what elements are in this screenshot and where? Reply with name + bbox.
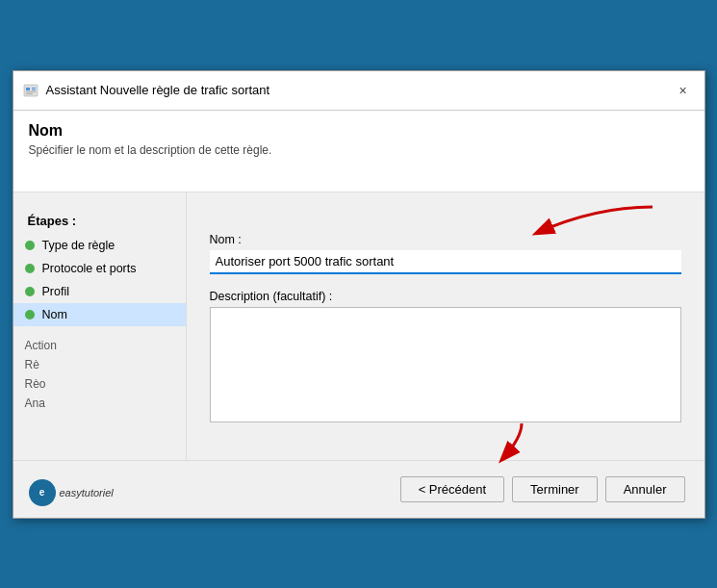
sidebar-item-type[interactable]: Type de règle — [13, 234, 186, 257]
sidebar-partial-ana: Ana — [13, 394, 186, 413]
step-dot-protocole — [25, 264, 35, 273]
page-title: Nom — [29, 122, 689, 140]
sidebar-partial-action: Action — [13, 336, 186, 355]
sidebar-label-profil: Profil — [42, 285, 69, 298]
dialog-body: Étapes : Type de règle Protocole et port… — [13, 192, 704, 460]
logo-text: easytutoriel — [60, 487, 114, 499]
step-dot-nom — [25, 310, 35, 320]
main-dialog: Assistant Nouvelle règle de trafic sorta… — [13, 70, 705, 519]
name-input[interactable] — [210, 250, 681, 274]
description-textarea[interactable] — [210, 307, 681, 422]
sidebar-label-protocole: Protocole et ports — [42, 262, 137, 275]
sidebar-label-nom: Nom — [42, 308, 67, 321]
logo-icon: e — [29, 479, 56, 506]
footer-logo: e easytutoriel — [29, 479, 114, 506]
title-bar: Assistant Nouvelle règle de trafic sorta… — [13, 71, 704, 111]
red-arrow-name — [518, 202, 672, 241]
prev-button[interactable]: < Précédent — [400, 476, 504, 502]
svg-rect-1 — [26, 88, 30, 90]
svg-rect-3 — [32, 89, 36, 90]
page-subtitle: Spécifier le nom et la description de ce… — [29, 143, 689, 157]
footer: e easytutoriel < Précédent Terminer Annu… — [13, 460, 704, 518]
cancel-button[interactable]: Annuler — [605, 476, 685, 502]
svg-rect-4 — [26, 91, 36, 92]
red-arrow-finish — [464, 419, 541, 467]
step-dot-type — [25, 241, 35, 250]
sidebar-partial-reo: Rèo — [13, 374, 186, 394]
steps-label: Étapes : — [13, 204, 186, 234]
page-header: Nom Spécifier le nom et la description d… — [13, 111, 704, 192]
sidebar-partial-re: Rè — [13, 355, 186, 374]
description-field-group: Description (facultatif) : — [210, 290, 681, 425]
sidebar-label-type: Type de règle — [42, 239, 115, 252]
footer-arrow-container — [464, 419, 541, 470]
sidebar-item-nom[interactable]: Nom — [13, 303, 186, 326]
sidebar-item-protocole[interactable]: Protocole et ports — [13, 257, 186, 280]
svg-rect-2 — [32, 88, 36, 89]
main-content: Nom : Description (facultatif) : — [187, 192, 704, 460]
step-dot-profil — [25, 287, 35, 296]
close-button[interactable]: × — [672, 79, 695, 102]
svg-rect-5 — [26, 93, 33, 94]
arrow-container — [210, 212, 681, 231]
sidebar-item-profil[interactable]: Profil — [13, 280, 186, 303]
description-label: Description (facultatif) : — [210, 290, 681, 303]
dialog-title: Assistant Nouvelle règle de trafic sorta… — [46, 83, 672, 97]
sidebar: Étapes : Type de règle Protocole et port… — [13, 192, 187, 460]
dialog-icon — [23, 83, 38, 98]
finish-button[interactable]: Terminer — [512, 476, 598, 502]
